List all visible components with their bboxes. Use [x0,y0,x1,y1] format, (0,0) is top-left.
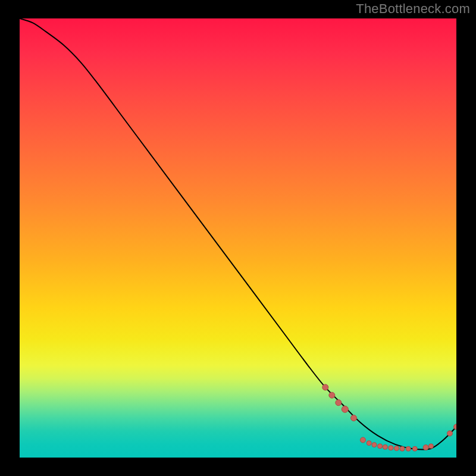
scatter-dot [322,384,328,390]
chart-svg [20,18,456,458]
plot-area [20,18,456,458]
chart-stage: TheBottleneck.com [0,0,476,476]
scatter-dot [342,406,348,412]
scatter-dot [406,446,411,451]
scatter-dots [322,384,456,451]
scatter-dot [351,415,357,421]
scatter-dot [336,400,342,406]
bottleneck-curve [20,18,456,450]
scatter-dot [378,444,383,449]
watermark-text: TheBottleneck.com [356,1,470,17]
scatter-dot [423,445,428,450]
scatter-dot [428,444,433,449]
scatter-dot [394,446,399,451]
scatter-dot [372,443,377,447]
scatter-dot [383,444,387,449]
scatter-dot [389,446,393,450]
scatter-dot [360,437,365,443]
scatter-dot [412,446,417,451]
scatter-dot [454,424,457,430]
scatter-dot [447,431,452,436]
scatter-dot [329,392,335,398]
scatter-dot [400,446,405,451]
scatter-dot [367,441,371,446]
